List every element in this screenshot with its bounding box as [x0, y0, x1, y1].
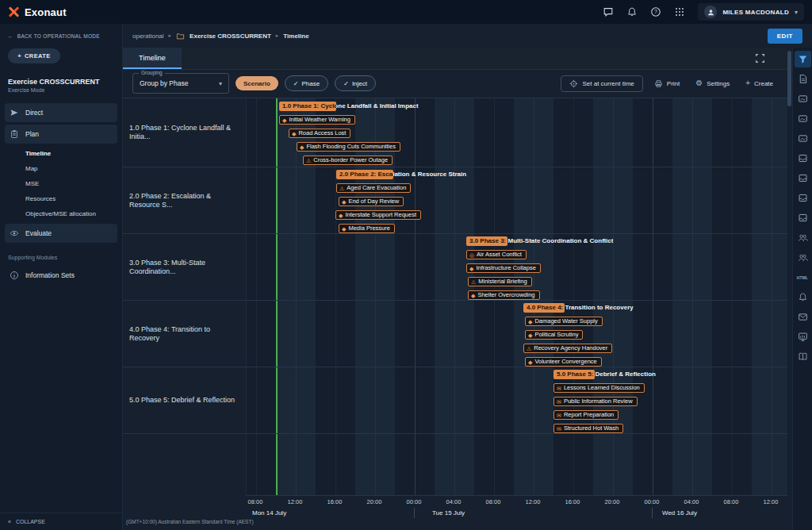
inject-bar[interactable]: ◆ Damaged Water Supply: [525, 317, 603, 326]
sidebar-item-plan[interactable]: Plan: [5, 125, 117, 144]
group-icon-1[interactable]: [795, 229, 811, 246]
fullscreen-icon[interactable]: [755, 53, 765, 63]
inject-bar[interactable]: ◆ Political Scrutiny: [525, 330, 583, 340]
tray-icon-1[interactable]: [795, 150, 811, 167]
html-icon[interactable]: HTML: [795, 269, 811, 286]
scrollbar-thumb[interactable]: [787, 51, 791, 106]
inject-bar[interactable]: ⚠ Recovery Agency Handover: [523, 344, 612, 353]
folder-icon: [176, 32, 185, 40]
timeline-panel: 1.0 Phase 1: Cyclone Landfall & Initia..…: [123, 95, 787, 530]
sidebar-item-mse[interactable]: MSE: [0, 176, 122, 191]
media-card-icon[interactable]: [795, 90, 811, 107]
time-tick: 08:00: [719, 498, 743, 505]
chip-phase[interactable]: ✓ Phase: [285, 75, 328, 91]
inject-bar[interactable]: ◆ Media Pressure: [339, 224, 395, 233]
chip-scenario[interactable]: Scenario: [236, 76, 278, 90]
tray-icon-4[interactable]: [795, 209, 811, 226]
inject-bar[interactable]: ⚠ Ministerial Briefing: [468, 277, 532, 286]
inject-bar[interactable]: ◆ Flash Flooding Cuts Communities: [297, 142, 400, 152]
vertical-scrollbar[interactable]: [787, 49, 792, 530]
sidebar: ← BACK TO OPERATIONAL MODE + CREATE Exer…: [0, 24, 123, 530]
chat-icon[interactable]: [603, 6, 614, 17]
document-icon[interactable]: [795, 71, 811, 87]
inject-bar[interactable]: ◎ Air Asset Conflict: [466, 250, 527, 259]
tab-timeline[interactable]: Timeline: [123, 48, 182, 69]
inject-bar[interactable]: ◆ Volunteer Convergence: [525, 357, 602, 367]
help-icon[interactable]: [650, 6, 661, 17]
back-to-operational-link[interactable]: ← BACK TO OPERATIONAL MODE: [0, 24, 122, 44]
breadcrumb-exercise[interactable]: Exercise CROSSCURRENT: [190, 33, 271, 40]
bell-icon[interactable]: [626, 6, 638, 17]
inject-bar[interactable]: ◆ Road Access Lost: [289, 129, 350, 138]
media-card-icon-3[interactable]: [795, 130, 811, 147]
sidebar-item-direct[interactable]: Direct: [5, 103, 117, 122]
mail-icon: ✉: [557, 413, 561, 418]
time-tick: 20:00: [600, 498, 624, 505]
diamond-icon: ◆: [282, 117, 286, 123]
breadcrumb-row: operational ▸ Exercise CROSSCURRENT ▸ Ti…: [123, 24, 812, 48]
time-tick: 20:00: [362, 498, 386, 505]
book-icon[interactable]: [795, 348, 811, 365]
collapse-button[interactable]: « COLLAPSE: [0, 513, 122, 530]
chip-inject[interactable]: ✓ Inject: [335, 75, 376, 91]
group-row-label[interactable]: 1.0 Phase 1: Cyclone Landfall & Initia..…: [129, 124, 242, 142]
settings-button[interactable]: ⚙ Settings: [691, 76, 734, 90]
exercise-mode-label: Exercise Mode: [0, 87, 122, 101]
inject-bar[interactable]: ⚠ Aged Care Evacuation: [336, 183, 411, 193]
app: Exonaut MILES MACDONALD ▾ ← BACK TO OPER…: [0, 0, 812, 530]
create-inject-button[interactable]: + Create: [741, 76, 778, 90]
diamond-icon: ◆: [528, 359, 532, 365]
inject-bar[interactable]: ◆ Interstate Support Request: [335, 210, 421, 220]
edit-button[interactable]: EDIT: [768, 29, 802, 44]
breadcrumb-root[interactable]: operational: [132, 33, 164, 40]
inject-bar[interactable]: ✉ Structured Hot Wash: [553, 424, 623, 433]
time-tick: 08:00: [481, 498, 505, 505]
media-card-icon-2[interactable]: [795, 110, 811, 127]
info-icon: [10, 271, 19, 280]
grouping-select[interactable]: Grouping Group by Phase ▾: [132, 73, 229, 94]
inject-bar[interactable]: ✉ Lessons Learned Discussion: [553, 383, 645, 393]
inject-bar[interactable]: ◆ Initial Weather Warning: [279, 115, 355, 125]
sidebar-item-map[interactable]: Map: [0, 161, 122, 176]
set-at-current-time-button[interactable]: Set at current time: [561, 75, 642, 92]
diamond-icon: ◆: [471, 293, 475, 298]
brand: Exonaut: [8, 6, 67, 18]
mail-icon: ✉: [557, 386, 561, 391]
gear-icon: ⚙: [695, 79, 703, 87]
filter-icon[interactable]: [795, 51, 811, 67]
inject-bar[interactable]: ◆ Infrastructure Collapse: [466, 263, 541, 273]
sidebar-item-timeline[interactable]: Timeline: [0, 146, 122, 161]
tray-icon-3[interactable]: [795, 190, 811, 206]
inject-bar[interactable]: ◆ End of Day Review: [339, 197, 404, 206]
phase-group-3: 3.0 Phase 3: Multi-State Coordination...…: [123, 234, 787, 301]
inject-bar[interactable]: ⚠ Cross-border Power Outage: [303, 156, 393, 165]
exonaut-logo-icon: [8, 6, 19, 17]
sidebar-item-objective-mse-allocation[interactable]: Objective/MSE allocation: [0, 206, 122, 221]
chart-icon[interactable]: [795, 328, 811, 345]
user-menu[interactable]: MILES MACDONALD ▾: [698, 3, 804, 21]
inject-bar[interactable]: ✉ Public Information Review: [553, 397, 638, 406]
group-row-label[interactable]: 5.0 Phase 5: Debrief & Reflection: [129, 396, 242, 405]
group-row-label[interactable]: 3.0 Phase 3: Multi-State Coordination...: [129, 258, 242, 276]
sidebar-item-resources[interactable]: Resources: [0, 191, 122, 206]
group-icon-2[interactable]: [795, 249, 811, 266]
sidebar-item-evaluate[interactable]: Evaluate: [5, 224, 117, 243]
check-icon: ✓: [293, 80, 299, 87]
print-button[interactable]: Print: [649, 76, 684, 91]
tray-icon-2[interactable]: [795, 170, 811, 186]
send-icon: [10, 108, 19, 117]
time-tick: 00:00: [402, 498, 426, 505]
apps-icon[interactable]: [674, 6, 685, 17]
supporting-modules-label: Supporting Modules: [0, 245, 122, 263]
warning-icon: ⚠: [471, 279, 476, 285]
group-row-label[interactable]: 2.0 Phase 2: Escalation & Resource S...: [129, 191, 242, 209]
mail-icon[interactable]: [795, 309, 811, 325]
sidebar-item-information-sets[interactable]: Information Sets: [5, 266, 117, 285]
time-tick: 12:00: [759, 498, 783, 505]
bell-icon[interactable]: [795, 289, 811, 305]
inject-bar[interactable]: ◆ Shelter Overcrowding: [468, 290, 540, 300]
inject-bar[interactable]: ✉ Report Preparation: [553, 410, 619, 420]
create-button[interactable]: + CREATE: [8, 48, 60, 63]
timeline-groups: 1.0 Phase 1: Cyclone Landfall & Initia..…: [123, 98, 787, 434]
group-row-label[interactable]: 4.0 Phase 4: Transition to Recovery: [129, 325, 242, 343]
